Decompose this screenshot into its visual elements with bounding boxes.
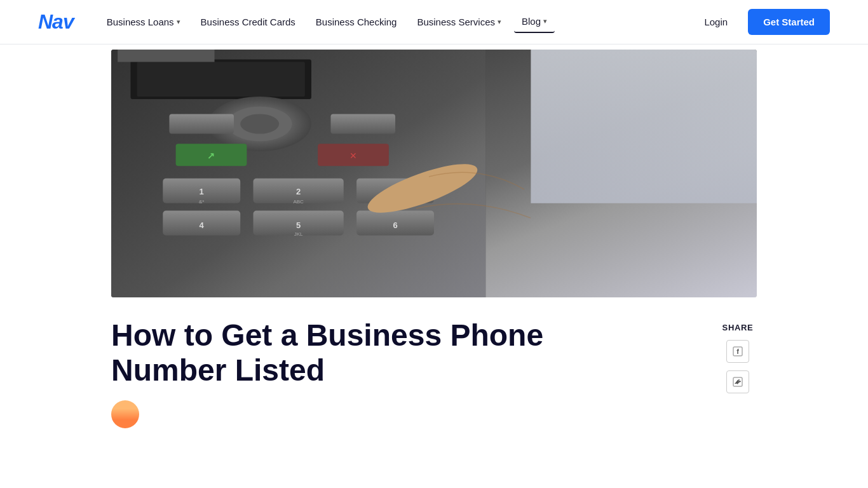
hero-image-container: ↗ ✕ 1 &* 2 ABC 3 DEF 4 5 JKL 6: [73, 50, 795, 297]
svg-rect-1: [531, 50, 757, 203]
svg-text:5: 5: [296, 220, 301, 230]
facebook-share-button[interactable]: f: [726, 340, 749, 363]
svg-rect-10: [169, 114, 234, 133]
svg-text:6: 6: [393, 220, 397, 230]
chevron-down-icon-3: ▾: [543, 17, 547, 25]
article-title: How to Get a Business Phone Number Liste…: [111, 318, 556, 388]
svg-text:&*: &*: [199, 199, 204, 205]
nav-business-credit-cards-label: Business Credit Cards: [201, 17, 295, 27]
author-avatar-image: [111, 400, 139, 428]
svg-text:f: f: [736, 348, 739, 355]
chevron-down-icon: ▾: [177, 18, 180, 26]
share-sidebar: SHARE f: [719, 318, 757, 393]
twitter-icon: [733, 377, 743, 387]
svg-rect-5: [137, 62, 305, 97]
facebook-icon: f: [733, 346, 743, 356]
svg-text:2: 2: [296, 187, 301, 196]
svg-text:↗: ↗: [207, 151, 215, 161]
nav-actions: Login Get Started: [694, 9, 830, 35]
nav-business-services-label: Business Services: [417, 17, 495, 27]
svg-text:✕: ✕: [349, 151, 357, 161]
get-started-button[interactable]: Get Started: [748, 9, 830, 35]
nav-blog[interactable]: Blog ▾: [514, 11, 555, 33]
share-label: SHARE: [722, 323, 754, 332]
svg-text:1: 1: [200, 187, 204, 196]
svg-text:4: 4: [200, 220, 205, 230]
nav-business-checking-label: Business Checking: [316, 17, 397, 27]
nav-business-credit-cards[interactable]: Business Credit Cards: [193, 11, 303, 32]
site-header: Nav Business Loans ▾ Business Credit Car…: [0, 0, 868, 44]
article-content: How to Get a Business Phone Number Liste…: [111, 318, 693, 428]
hero-image: ↗ ✕ 1 &* 2 ABC 3 DEF 4 5 JKL 6: [111, 50, 757, 297]
hero-svg: ↗ ✕ 1 &* 2 ABC 3 DEF 4 5 JKL 6: [111, 50, 757, 297]
login-button[interactable]: Login: [694, 11, 738, 32]
svg-text:ABC: ABC: [293, 199, 304, 205]
main-nav: Business Loans ▾ Business Credit Cards B…: [99, 11, 695, 33]
content-area: How to Get a Business Phone Number Liste…: [73, 318, 795, 428]
nav-blog-label: Blog: [522, 16, 541, 27]
chevron-down-icon-2: ▾: [498, 18, 501, 26]
nav-business-loans[interactable]: Business Loans ▾: [99, 11, 188, 32]
svg-text:JKL: JKL: [294, 231, 303, 237]
nav-business-checking[interactable]: Business Checking: [308, 11, 405, 32]
nav-business-services[interactable]: Business Services ▾: [409, 11, 509, 32]
svg-rect-11: [330, 114, 395, 133]
site-logo[interactable]: Nav: [38, 10, 74, 34]
author-avatar: [111, 400, 139, 428]
svg-point-9: [240, 114, 279, 133]
svg-rect-6: [118, 50, 214, 62]
twitter-share-button[interactable]: [726, 370, 749, 393]
nav-business-loans-label: Business Loans: [107, 17, 174, 27]
